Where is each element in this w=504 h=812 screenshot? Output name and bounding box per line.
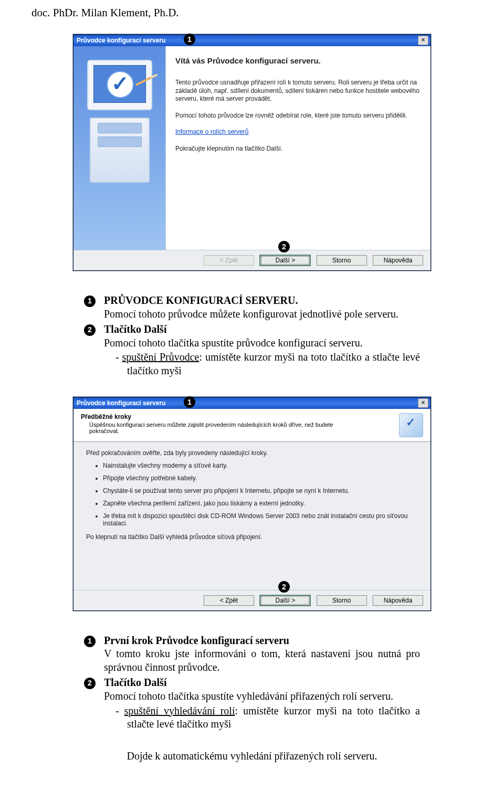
wizard1-button-row: 2 < Zpět Další > Storno Nápověda bbox=[74, 250, 430, 270]
list-item: Zapněte všechna periferní zařízení, jako… bbox=[103, 500, 418, 507]
wizard2-outro: Po klepnutí na tlačítko Další vyhledá pr… bbox=[86, 533, 418, 541]
close-icon[interactable]: × bbox=[418, 36, 428, 45]
wizard2-title: Průvodce konfigurací serveru bbox=[76, 399, 418, 407]
wizard1-titlebar: Průvodce konfigurací serveru × bbox=[74, 35, 430, 46]
help-button[interactable]: Nápověda bbox=[373, 255, 423, 266]
info2-row1-text: V tomto kroku jste informováni o tom, kt… bbox=[104, 648, 420, 673]
wizard2-head-sub: Úspěšnou konfiguraci serveru můžete zaji… bbox=[89, 421, 341, 434]
info2-bullet-prefix: - bbox=[116, 705, 124, 716]
info1-row1-heading: PRŮVODCE KONFIGURACÍ SERVERU. bbox=[104, 294, 298, 306]
list-item: Nainstalujte všechny modemy a síťové kar… bbox=[103, 462, 418, 469]
next-button[interactable]: Další > bbox=[260, 595, 310, 606]
server-check-icon bbox=[399, 413, 423, 437]
info1-row1-text: Pomocí tohoto průvodce můžete konfigurov… bbox=[104, 308, 398, 320]
cancel-button[interactable]: Storno bbox=[317, 595, 367, 606]
author-line: doc. PhDr. Milan Klement, Ph.D. bbox=[32, 6, 472, 19]
list-item: Připojte všechny potřebné kabely. bbox=[103, 474, 418, 482]
back-button[interactable]: < Zpět bbox=[204, 595, 254, 606]
badge-2: 2 bbox=[84, 324, 96, 336]
badge-1b: 1 bbox=[84, 636, 96, 647]
back-button: < Zpět bbox=[204, 255, 254, 266]
wizard2-steps-list: Nainstalujte všechny modemy a síťové kar… bbox=[103, 462, 418, 527]
list-item: Chystáte-li se používat tento server pro… bbox=[103, 487, 418, 494]
wizard1-para1: Tento průvodce usnadňuje přiřazení rolí … bbox=[175, 79, 420, 103]
close-icon[interactable]: × bbox=[418, 398, 428, 408]
badge-1: 1 bbox=[84, 296, 96, 307]
wizard1-roles-link[interactable]: Informace o rolích serverů bbox=[175, 128, 248, 135]
callout-badge-2b: 2 bbox=[278, 581, 290, 593]
info2-bullet-underline: spuštění vyhledávání rolí bbox=[124, 705, 235, 716]
info2-row1-heading: První krok Průvodce konfigurací serveru bbox=[104, 635, 289, 646]
info1-row2-heading: Tlačítko Další bbox=[104, 323, 166, 335]
wizard1-title: Průvodce konfigurací serveru bbox=[76, 37, 418, 44]
wizard1-heading: Vítá vás Průvodce konfigurací serveru. bbox=[175, 56, 420, 65]
wizard1-para2: Pomocí tohoto průvodce lze rovněž odebír… bbox=[175, 112, 420, 120]
info1-bullet-prefix: - bbox=[116, 351, 122, 363]
callout-badge-2: 2 bbox=[278, 241, 290, 252]
next-button[interactable]: Další > bbox=[260, 255, 310, 266]
wizard2-dialog: 1 Průvodce konfigurací serveru × Předběž… bbox=[73, 397, 431, 611]
wizard2-button-row: 2 < Zpět Další > Storno Nápověda bbox=[74, 590, 430, 610]
checkmark-icon bbox=[107, 71, 134, 98]
badge-2b: 2 bbox=[84, 678, 96, 689]
info1-row2-text: Pomocí tohoto tlačítka spustíte průvodce… bbox=[104, 337, 363, 349]
wizard2-titlebar: Průvodce konfigurací serveru × bbox=[74, 397, 430, 409]
info1-bullet-underline: spuštění Průvodce bbox=[122, 351, 200, 363]
wizard1-para3: Pokračujte klepnutím na tlačítko Další. bbox=[175, 145, 420, 153]
info-block-2: 1 První krok Průvodce konfigurací server… bbox=[84, 634, 420, 731]
callout-badge-1: 1 bbox=[184, 34, 195, 45]
cancel-button[interactable]: Storno bbox=[317, 255, 367, 266]
wizard1-sidebar-image bbox=[74, 46, 166, 250]
wizard2-head-bold: Předběžné kroky bbox=[81, 413, 131, 420]
info-block-1: 1 PRŮVODCE KONFIGURACÍ SERVERU. Pomocí t… bbox=[84, 294, 420, 378]
info2-row2-text: Pomocí tohoto tlačítka spustíte vyhledáv… bbox=[104, 690, 393, 702]
bottom-note: Dojde k automatickému vyhledání přiřazen… bbox=[84, 750, 420, 762]
wizard2-intro: Před pokračováním ověřte, zda byly prove… bbox=[86, 449, 418, 457]
info2-row2-heading: Tlačítko Další bbox=[104, 677, 166, 688]
callout-badge-1b: 1 bbox=[184, 396, 195, 408]
wizard1-dialog: 1 Průvodce konfigurací serveru × bbox=[73, 34, 431, 271]
list-item: Je třeba mít k dispozici spouštěcí disk … bbox=[103, 512, 418, 527]
help-button[interactable]: Nápověda bbox=[373, 595, 423, 606]
